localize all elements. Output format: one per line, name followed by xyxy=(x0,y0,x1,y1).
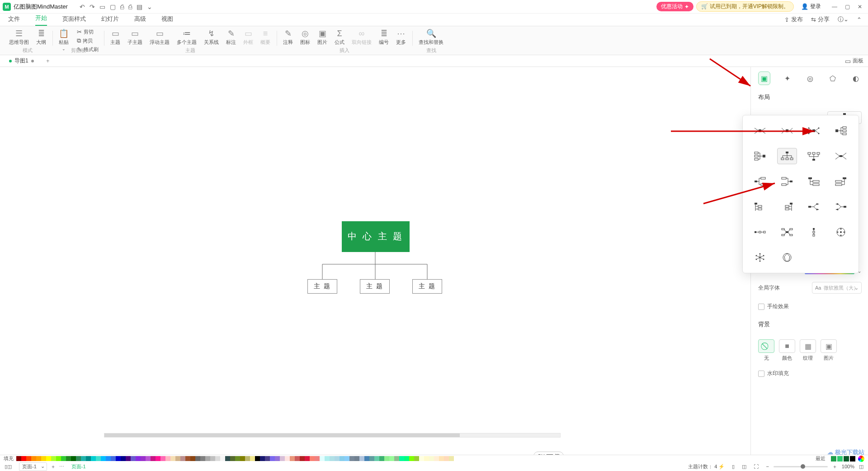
bg-option-颜色[interactable]: ■颜色 xyxy=(779,339,795,362)
ribbon-图标[interactable]: ◎图标 xyxy=(297,28,314,47)
swatch[interactable] xyxy=(225,456,230,461)
canvas[interactable]: 中 心 主 题 主 题 主 题 主 题 xyxy=(0,67,750,455)
swatch[interactable] xyxy=(444,456,449,461)
swatch[interactable] xyxy=(101,456,106,461)
layout-option-2[interactable] xyxy=(804,123,824,139)
close-icon[interactable]: ✕ xyxy=(854,1,865,12)
login-button[interactable]: 登录 xyxy=(801,3,821,10)
swatch[interactable] xyxy=(414,456,419,461)
layout-option-6[interactable] xyxy=(804,148,824,164)
swatch[interactable] xyxy=(111,456,116,461)
swatch[interactable] xyxy=(335,456,340,461)
ribbon-关系线[interactable]: ↯关系线 xyxy=(200,28,222,47)
ribbon-思维导图[interactable]: ☰思维导图 xyxy=(5,28,33,47)
swatch[interactable] xyxy=(305,456,310,461)
hscroll[interactable] xyxy=(104,433,561,438)
swatch[interactable] xyxy=(96,456,101,461)
swatch[interactable] xyxy=(300,456,305,461)
color-wheel-icon[interactable] xyxy=(858,456,864,462)
swatch[interactable] xyxy=(439,456,444,461)
layout-option-17[interactable] xyxy=(777,224,797,240)
ribbon-拷贝[interactable]: ⧉拷贝 xyxy=(74,37,101,45)
swatch[interactable] xyxy=(61,456,66,461)
swatch[interactable] xyxy=(235,456,240,461)
sub-topic-3[interactable]: 主 题 xyxy=(412,279,442,294)
layout-option-16[interactable] xyxy=(750,224,770,240)
swatch[interactable] xyxy=(285,456,290,461)
swatch[interactable] xyxy=(205,456,210,461)
zoom-out-icon[interactable]: − xyxy=(766,464,769,469)
layout-option-14[interactable] xyxy=(804,199,824,215)
swatch[interactable] xyxy=(36,456,41,461)
swatch[interactable] xyxy=(21,456,26,461)
redo-icon[interactable]: ↷ xyxy=(90,3,95,10)
swatch[interactable] xyxy=(310,456,315,461)
zoom-slider[interactable] xyxy=(774,466,828,467)
ribbon-编号[interactable]: ≣编号 xyxy=(375,28,392,47)
swatch[interactable] xyxy=(270,456,275,461)
swatch[interactable] xyxy=(200,456,205,461)
rail-style-icon[interactable]: ✦ xyxy=(781,71,793,85)
export-icon[interactable]: ▤ xyxy=(137,3,142,10)
collapse-ribbon-button[interactable]: ⌃ xyxy=(857,16,862,23)
page-dropdown[interactable]: 页面-1 xyxy=(19,462,47,471)
help-button[interactable]: ⓘ⌄ xyxy=(838,15,849,24)
page-layout-icon[interactable]: ▯◫ xyxy=(5,464,12,470)
swatch[interactable] xyxy=(404,456,409,461)
menu-start[interactable]: 开始 xyxy=(35,14,47,26)
menu-slideshow[interactable]: 幻灯片 xyxy=(101,15,119,26)
ribbon-大纲[interactable]: ≣大纲 xyxy=(33,28,50,47)
swatch[interactable] xyxy=(81,456,86,461)
swatch[interactable] xyxy=(116,456,121,461)
save-icon[interactable]: ⎙ xyxy=(120,3,124,10)
swatch[interactable] xyxy=(56,456,61,461)
swatch[interactable] xyxy=(255,456,260,461)
bg-option-无[interactable]: ⃠无 xyxy=(758,339,774,362)
layout-option-9[interactable] xyxy=(777,173,797,190)
swatch[interactable] xyxy=(245,456,250,461)
swatch[interactable] xyxy=(394,456,399,461)
handdrawn-row[interactable]: 手绘效果 xyxy=(758,303,862,310)
zoom-more-icon[interactable]: ◫ xyxy=(859,464,863,470)
zoom-in-icon[interactable]: ＋ xyxy=(832,463,837,470)
layout-option-19[interactable] xyxy=(831,224,851,240)
layout-option-7[interactable] xyxy=(831,148,851,164)
swatch[interactable] xyxy=(379,456,384,461)
swatch[interactable] xyxy=(349,456,354,461)
layout-option-15[interactable] xyxy=(831,199,851,215)
rail-shape-icon[interactable]: ⬠ xyxy=(827,71,839,85)
ribbon-注释[interactable]: ✎注释 xyxy=(279,28,297,47)
layout-option-1[interactable] xyxy=(777,123,797,139)
print-icon[interactable]: ⎙ xyxy=(128,3,132,10)
swatch[interactable] xyxy=(419,456,424,461)
ribbon-更多[interactable]: ⋯更多 xyxy=(392,28,410,47)
fitpage-icon[interactable]: ◫ xyxy=(742,464,746,470)
layout-option-0[interactable] xyxy=(750,123,770,139)
swatch[interactable] xyxy=(210,456,215,461)
layout-option-21[interactable] xyxy=(777,249,797,266)
swatch[interactable] xyxy=(340,456,344,461)
swatch[interactable] xyxy=(429,456,434,461)
swatch[interactable] xyxy=(295,456,300,461)
ribbon-多个主题[interactable]: ≔多个主题 xyxy=(173,28,200,47)
swatch[interactable] xyxy=(330,456,335,461)
swatch[interactable] xyxy=(364,456,369,461)
swatch[interactable] xyxy=(230,456,235,461)
ribbon-子主题[interactable]: ▭子主题 xyxy=(124,28,146,47)
bg-option-纹理[interactable]: ▦纹理 xyxy=(800,339,816,362)
global-font-select[interactable]: 微软雅黑（大） xyxy=(812,282,862,294)
rail-layout-icon[interactable]: ▣ xyxy=(758,71,770,85)
swatch[interactable] xyxy=(399,456,404,461)
fullscreen-icon[interactable]: ⛶ xyxy=(754,464,759,469)
swatch[interactable] xyxy=(424,456,429,461)
share-button[interactable]: ⇆ 分享 xyxy=(811,15,830,24)
layout-option-12[interactable] xyxy=(750,199,770,215)
swatch[interactable] xyxy=(91,456,96,461)
menu-pagestyle[interactable]: 页面样式 xyxy=(62,15,86,26)
recent-swatch[interactable] xyxy=(837,456,843,461)
swatch[interactable] xyxy=(66,456,71,461)
menu-view[interactable]: 视图 xyxy=(161,15,173,26)
recent-swatch[interactable] xyxy=(831,456,836,461)
layout-option-5[interactable] xyxy=(777,148,797,164)
swatch[interactable] xyxy=(165,456,170,461)
